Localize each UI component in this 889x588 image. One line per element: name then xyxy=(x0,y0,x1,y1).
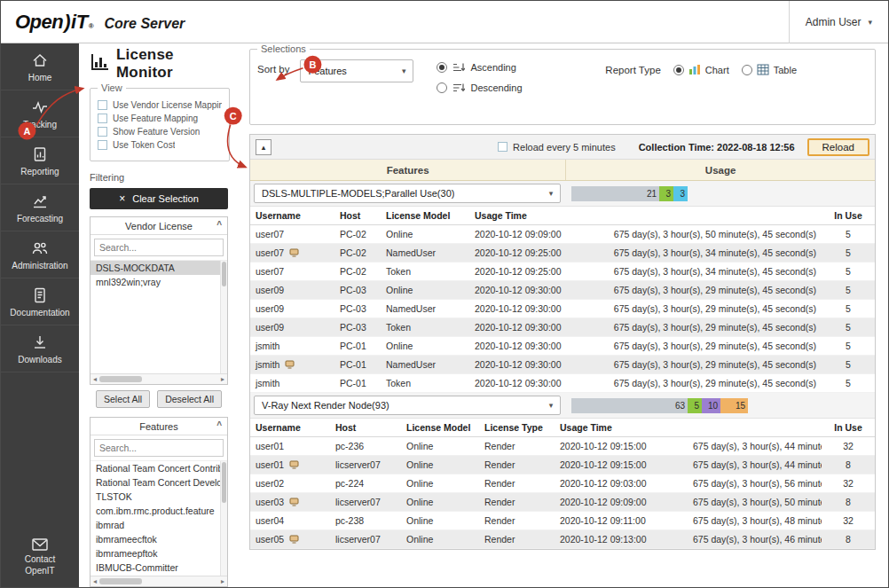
user-menu[interactable]: Admin User ▾ xyxy=(789,1,888,43)
username: user07 xyxy=(256,229,284,239)
features-search-input[interactable] xyxy=(94,439,224,457)
sidebar-item-reporting[interactable]: Reporting xyxy=(1,137,79,184)
table-row[interactable]: user09PC-03Online2020-10-12 09:30:00675 … xyxy=(250,281,875,300)
table-cell: Online xyxy=(401,512,479,530)
sidebar-item-label: Reporting xyxy=(20,167,59,176)
table-row[interactable]: jsmithPC-01Token2020-10-12 09:30:00675 d… xyxy=(250,374,875,393)
feature-item[interactable]: TLSTOK xyxy=(90,490,220,504)
usage-segment: 21 xyxy=(571,186,659,201)
report-type-table[interactable]: Table xyxy=(742,64,797,75)
sidebar-item-tracking[interactable]: Tracking xyxy=(1,90,79,137)
sort-order-descending[interactable]: Descending xyxy=(437,82,522,93)
collapse-chevron-icon[interactable]: ^ xyxy=(216,420,222,430)
sort-order-ascending[interactable]: Ascending xyxy=(437,62,522,73)
clear-selection-button[interactable]: × Clear Selection xyxy=(90,188,228,209)
filtering-label: Filtering xyxy=(90,172,230,183)
table-row[interactable]: user05licserver07OnlineRender2020-10-12 … xyxy=(250,530,875,549)
sidebar-nav: HomeTrackingReportingForecastingAdminist… xyxy=(1,43,79,372)
vertical-scrollbar[interactable] xyxy=(220,261,227,373)
sidebar-item-label: Documentation xyxy=(10,308,69,318)
collapse-results-button[interactable]: ▴ xyxy=(256,139,271,155)
report-type-group: Report Type ChartTable xyxy=(605,64,797,75)
chevron-down-icon: ▾ xyxy=(549,401,554,410)
scroll-right-icon[interactable]: ▸ xyxy=(221,577,224,585)
scroll-right-icon[interactable]: ▸ xyxy=(221,375,224,383)
view-option-3[interactable]: Use Token Cost xyxy=(98,140,222,150)
sidebar-item-administration[interactable]: Administration xyxy=(1,231,79,278)
feature-item[interactable]: ibmrameecftok xyxy=(90,532,220,546)
sort-by-select[interactable]: Features ▾ xyxy=(300,59,413,82)
reload-button[interactable]: Reload xyxy=(807,138,869,156)
table-cell: 8 xyxy=(822,530,875,549)
selections-row: Sort by Features ▾ AscendingDescending R… xyxy=(257,58,868,93)
vendor-license-panel: Vendor License ^ DSLS-MOCKDATAmnl392win;… xyxy=(90,216,228,385)
scroll-left-icon[interactable]: ◂ xyxy=(93,375,97,383)
vendor-select-all-button[interactable]: Select All xyxy=(96,390,150,408)
table-icon xyxy=(757,64,769,75)
table-row[interactable]: jsmithPC-01Online2020-10-12 09:30:00675 … xyxy=(250,337,875,356)
view-panel: View Use Vendor License MappingUse Featu… xyxy=(90,82,230,161)
column-header: Username xyxy=(250,419,330,437)
table-cell: 8 xyxy=(822,493,875,512)
feature-select[interactable]: DSLS-MULTIPLE-MODELS;Parallel Use(30)▾ xyxy=(254,184,561,203)
table-row[interactable]: user04pc-238OnlineRender2020-10-12 09:11… xyxy=(250,512,875,530)
reload-every-checkbox[interactable]: Reload every 5 minutes xyxy=(498,142,616,153)
results-panel: ▴ Reload every 5 minutes Collection Time… xyxy=(249,134,876,550)
feature-item[interactable]: IBMUCD_SS_AGENT xyxy=(90,575,220,576)
scrollbar-thumb[interactable] xyxy=(99,578,142,584)
horizontal-scrollbar[interactable]: ◂ ▸ xyxy=(90,576,227,586)
user-host-icon xyxy=(289,534,299,545)
feature-item[interactable]: IBMUCB-Committer xyxy=(90,561,220,575)
scrollbar-thumb[interactable] xyxy=(99,376,142,382)
scroll-left-icon[interactable]: ◂ xyxy=(93,577,97,585)
collapse-chevron-icon[interactable]: ^ xyxy=(216,220,222,230)
table-row[interactable]: user07PC-02Online2020-10-12 09:09:00675 … xyxy=(250,225,875,244)
sidebar-item-label: Tracking xyxy=(23,120,57,129)
user-host-icon xyxy=(289,459,299,470)
downloads-icon xyxy=(31,333,49,351)
sidebar-item-label: Forecasting xyxy=(17,214,63,223)
report-type-chart[interactable]: Chart xyxy=(673,64,729,75)
vendor-license-item[interactable]: mnl392win;vray xyxy=(90,275,220,289)
sidebar-item-downloads[interactable]: Downloads xyxy=(1,325,79,372)
view-option-1[interactable]: Use Feature Mapping xyxy=(98,114,222,123)
username: user01 xyxy=(256,441,284,451)
table-row[interactable]: user09PC-03Token2020-10-12 09:30:00675 d… xyxy=(250,318,875,337)
feature-item[interactable]: ibmrameepftok xyxy=(90,546,220,561)
sidebar-item-home[interactable]: Home xyxy=(1,43,79,90)
table-row[interactable]: jsmithPC-01NamedUser2020-10-12 09:30:006… xyxy=(250,356,875,374)
table-cell: 675 day(s), 3 hour(s), 46 minute(s), 48 … xyxy=(688,530,822,549)
vendor-search-input[interactable] xyxy=(94,239,224,256)
sidebar-item-forecasting[interactable]: Forecasting xyxy=(1,184,79,231)
table-row[interactable]: user01pc-236OnlineRender2020-10-12 09:15… xyxy=(250,437,875,456)
column-header: Usage Time xyxy=(555,419,688,437)
feature-item[interactable]: com.ibm.rmc.product.feature xyxy=(90,504,220,518)
vertical-scrollbar[interactable] xyxy=(220,461,227,576)
view-option-2[interactable]: Show Feature Version xyxy=(98,127,222,137)
sidebar-item-documentation[interactable]: Documentation xyxy=(1,278,79,325)
view-option-0[interactable]: Use Vendor License Mapping xyxy=(98,100,222,110)
feature-select[interactable]: V-Ray Next Render Node(93)▾ xyxy=(254,396,561,415)
horizontal-scrollbar[interactable]: ◂ ▸ xyxy=(90,373,227,384)
feature-item[interactable]: ibmrad xyxy=(90,518,220,532)
table-cell: user09 xyxy=(250,318,334,337)
table-row[interactable]: user03licserver07OnlineRender2020-10-12 … xyxy=(250,493,875,512)
table-row[interactable]: user01licserver07OnlineRender2020-10-12 … xyxy=(250,456,875,474)
radio-icon xyxy=(437,62,447,73)
sidebar-item-contact[interactable]: Contact OpenIT xyxy=(1,529,79,587)
table-row[interactable]: user09PC-03NamedUser2020-10-12 09:30:006… xyxy=(250,300,875,318)
scrollbar-thumb[interactable] xyxy=(222,462,226,503)
table-row[interactable]: user07PC-02NamedUser2020-10-12 09:25:006… xyxy=(250,244,875,263)
table-cell: 8 xyxy=(822,456,875,474)
table-row[interactable]: user02pc-224OnlineRender2020-10-12 09:03… xyxy=(250,474,875,493)
table-cell: Online xyxy=(401,493,479,512)
table-cell: 2020-10-12 09:30:00 xyxy=(469,337,602,356)
feature-item[interactable]: Rational Team Concert Develop xyxy=(90,475,220,490)
table-cell: 675 day(s), 3 hour(s), 44 minute(s), 48 … xyxy=(688,437,822,456)
scrollbar-thumb[interactable] xyxy=(222,262,226,286)
vendor-license-item[interactable]: DSLS-MOCKDATA xyxy=(90,261,220,275)
table-row[interactable]: user07PC-02Token2020-10-12 09:25:00675 d… xyxy=(250,263,875,281)
vendor-deselect-all-button[interactable]: Deselect All xyxy=(157,390,222,408)
feature-item[interactable]: Rational Team Concert Contrib xyxy=(90,461,220,475)
view-options: Use Vendor License MappingUse Feature Ma… xyxy=(98,100,222,150)
